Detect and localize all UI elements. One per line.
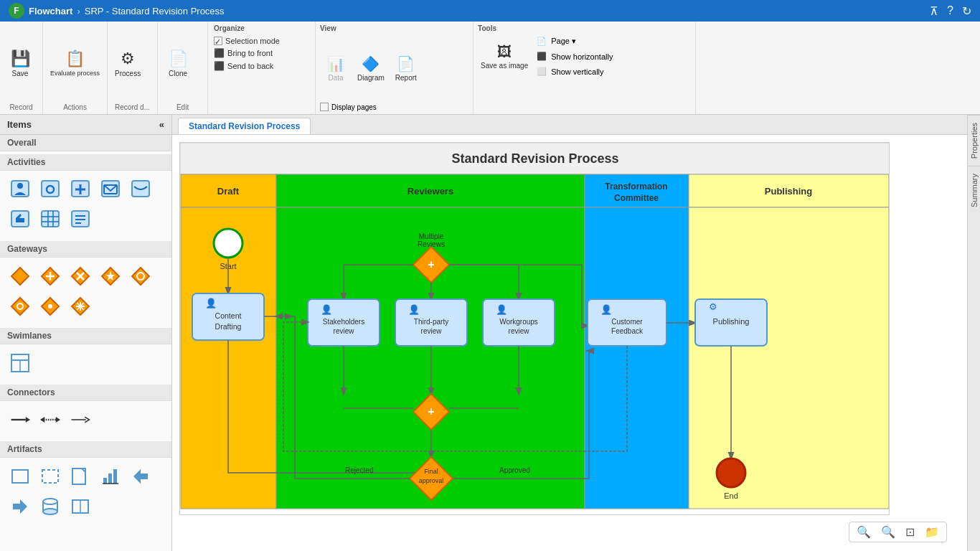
evaluate-icon: 📋 xyxy=(65,50,85,68)
fit-button[interactable]: ⊡ xyxy=(901,524,919,540)
rect-open-artifact[interactable] xyxy=(7,463,33,489)
chart-bar-artifact[interactable] xyxy=(98,463,123,489)
data-button[interactable]: 📊 Data xyxy=(320,35,352,101)
diagram-button[interactable]: 🔷 Diagram xyxy=(354,35,387,101)
gear-task-icon[interactable] xyxy=(37,176,63,202)
solid-arrow-connector[interactable] xyxy=(7,407,33,433)
show-horizontally-icon: ⬛ xyxy=(537,52,547,61)
report-button[interactable]: 📄 Report xyxy=(390,35,422,101)
show-horizontally-button[interactable]: ⬛ Show horizontally xyxy=(537,50,613,62)
svg-rect-53 xyxy=(103,478,107,484)
swimlanes-section-title[interactable]: Swimlanes xyxy=(0,328,171,344)
display-pages-checkbox[interactable] xyxy=(320,103,329,111)
svg-rect-50 xyxy=(42,470,58,483)
page-dropdown[interactable]: 📄 Page ▾ xyxy=(537,35,613,47)
cylinder-artifact[interactable] xyxy=(37,494,63,519)
publishing-task-icon: ⚙ xyxy=(709,301,717,312)
double-arrow-connector[interactable] xyxy=(37,407,63,433)
send-to-back-label: Send to back xyxy=(227,62,273,70)
diamond-icon[interactable] xyxy=(7,263,33,289)
left-panel-title: Items xyxy=(7,119,32,130)
evaluate-process-button[interactable]: 📋 Evaluate process xyxy=(47,48,103,78)
diamond-circle-icon[interactable] xyxy=(128,263,154,289)
properties-tab[interactable]: Properties xyxy=(968,115,980,166)
rect-dash-artifact[interactable] xyxy=(37,463,63,489)
save-as-image-button[interactable]: 🖼 Save as image xyxy=(478,35,531,77)
plus-task-icon[interactable] xyxy=(67,176,93,202)
selection-mode-checkbox[interactable]: ✓ xyxy=(214,37,222,45)
zoom-out-button[interactable]: 🔍 xyxy=(877,524,900,540)
show-vertically-icon: ⬜ xyxy=(537,67,547,76)
svg-marker-57 xyxy=(133,469,148,484)
diagram-tab[interactable]: Standard Revision Process xyxy=(178,118,311,134)
activities-section-title[interactable]: Activities xyxy=(0,154,171,171)
process-button[interactable]: ⚙ Process xyxy=(112,48,143,79)
svg-marker-44 xyxy=(26,417,30,423)
diagram-svg: Standard Revision Process Draft Reviewer… xyxy=(179,142,890,515)
page-title: SRP - Standard Revision Process xyxy=(85,6,225,17)
svg-rect-55 xyxy=(113,469,117,484)
svg-marker-58 xyxy=(13,499,27,514)
app-name: Flowchart xyxy=(29,6,72,17)
svg-marker-46 xyxy=(56,417,60,423)
swimlanes-icons xyxy=(0,344,171,382)
svg-rect-2 xyxy=(42,181,59,197)
selection-mode-item[interactable]: ✓ Selection mode xyxy=(214,35,309,47)
document-task-icon[interactable] xyxy=(67,207,93,232)
table-task-icon[interactable] xyxy=(37,207,63,232)
arrow-back-artifact[interactable] xyxy=(128,463,154,489)
svg-point-1 xyxy=(17,183,23,189)
open-folder-button[interactable]: 📁 xyxy=(920,524,943,540)
diamond-gear-icon[interactable] xyxy=(7,293,33,319)
svg-rect-72 xyxy=(585,207,689,509)
send-to-back-item[interactable]: ⬛ Send to back xyxy=(214,60,309,72)
diamond-flower-icon[interactable] xyxy=(67,293,93,319)
diagram-canvas: Standard Revision Process Draft Reviewer… xyxy=(172,135,967,522)
bring-to-front-item[interactable]: ⬛ Bring to front xyxy=(214,47,309,60)
save-button[interactable]: 💾 Save xyxy=(4,48,36,79)
diamond-ring-icon[interactable] xyxy=(37,293,63,319)
collapse-icon[interactable]: ⊼ xyxy=(930,4,938,18)
mail-task-icon[interactable] xyxy=(98,176,123,202)
diamond-star-icon[interactable] xyxy=(98,263,123,289)
svg-rect-54 xyxy=(108,474,112,484)
show-vertically-button[interactable]: ⬜ Show vertically xyxy=(537,65,613,77)
left-panel: Items « Overall Activities xyxy=(0,115,172,551)
page-icon: 📄 xyxy=(537,37,547,46)
end-event[interactable] xyxy=(717,458,745,487)
rect-split-artifact[interactable] xyxy=(67,494,93,519)
open-arrow-connector[interactable] xyxy=(67,407,93,433)
right-panel: Properties Summary xyxy=(967,115,980,551)
svg-point-34 xyxy=(48,304,52,309)
summary-tab[interactable]: Summary xyxy=(968,166,980,215)
overall-section-title[interactable]: Overall xyxy=(0,135,171,151)
publishing-task-label-line1: Publishing xyxy=(713,317,750,326)
third-party-review-label-line1: Third-party xyxy=(414,318,448,326)
thumb-task-icon[interactable] xyxy=(7,207,33,232)
svg-rect-49 xyxy=(12,470,28,483)
content-drafting-label-line2: Drafting xyxy=(215,322,242,331)
clone-button[interactable]: 📄 Clone xyxy=(162,48,194,79)
diamond-plus-icon[interactable] xyxy=(37,263,63,289)
bring-to-front-label: Bring to front xyxy=(227,49,273,57)
content-drafting-icon: 👤 xyxy=(205,297,217,309)
zoom-in-button[interactable]: 🔍 xyxy=(852,524,875,540)
merge-gateway-plus-icon: + xyxy=(428,405,434,418)
envelope-task-icon[interactable] xyxy=(128,176,154,202)
arrow-fwd-artifact[interactable] xyxy=(7,494,33,519)
page-label: Page ▾ xyxy=(551,37,576,46)
start-event[interactable] xyxy=(214,229,242,258)
connectors-section-title[interactable]: Connectors xyxy=(0,385,171,401)
record-d-label: Record d... xyxy=(112,102,153,111)
refresh-icon[interactable]: ↻ xyxy=(962,4,971,18)
artifacts-section-title[interactable]: Artifacts xyxy=(0,441,171,458)
swimlanes-section: Swimlanes xyxy=(0,328,171,382)
person-task-icon[interactable] xyxy=(7,176,33,202)
collapse-panel-button[interactable]: « xyxy=(159,119,164,130)
rect-plain-artifact[interactable] xyxy=(67,463,93,489)
gateways-section-title[interactable]: Gateways xyxy=(0,241,171,258)
diamond-x-icon[interactable] xyxy=(67,263,93,289)
canvas-area[interactable]: Standard Revision Process Standard Revis… xyxy=(172,115,967,551)
help-icon[interactable]: ? xyxy=(947,4,953,18)
swimlane-icon[interactable] xyxy=(7,350,33,376)
